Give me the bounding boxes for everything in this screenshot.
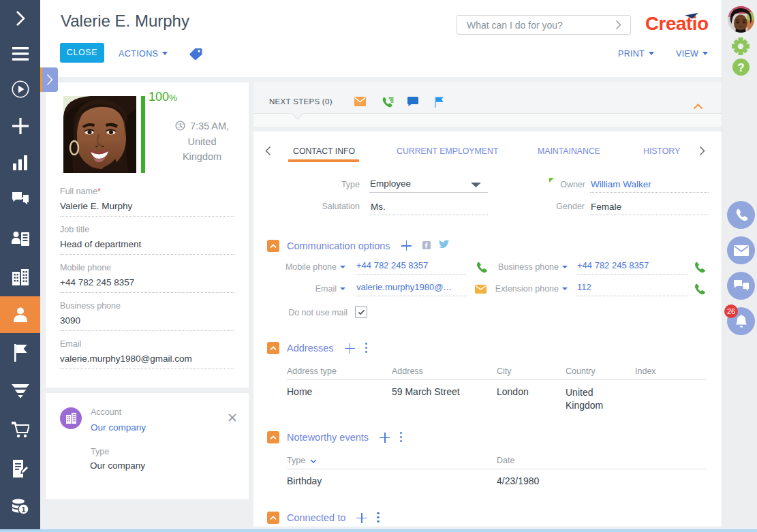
svg-text:1: 1 — [21, 505, 25, 514]
svg-text:?: ? — [737, 61, 744, 74]
svg-text:Creatio: Creatio — [645, 13, 709, 34]
